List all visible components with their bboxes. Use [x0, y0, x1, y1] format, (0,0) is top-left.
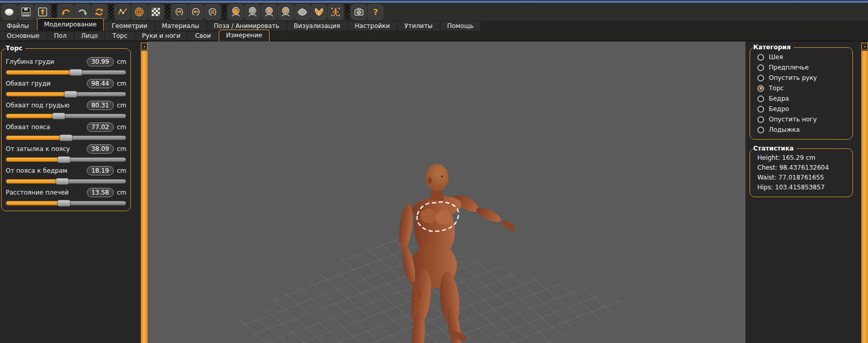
tab-modelling[interactable]: Моделирование	[37, 18, 104, 31]
slider-thumb[interactable]	[64, 91, 77, 98]
tab-utilities[interactable]: Утилиты	[398, 21, 439, 31]
slider-thumb[interactable]	[59, 134, 73, 141]
tab-geometries[interactable]: Геометрии	[105, 21, 154, 31]
rotate-right-button[interactable]	[171, 4, 187, 20]
radio-option[interactable]: Торс	[757, 83, 849, 93]
slider-value[interactable]: 77.02	[87, 122, 114, 132]
slider-label: От затылка к поясу	[6, 145, 87, 153]
feet-button[interactable]	[311, 4, 327, 20]
subtab-measure[interactable]: Измерение	[219, 30, 270, 42]
help-button[interactable]: ?	[368, 4, 383, 20]
slider-value[interactable]: 98.44	[87, 79, 114, 88]
redo-button[interactable]	[75, 4, 90, 20]
face-view-button[interactable]	[228, 4, 244, 20]
background-button[interactable]	[148, 4, 164, 20]
side-view-left-button[interactable]	[278, 4, 293, 20]
radio-icon[interactable]	[757, 106, 764, 113]
slider-value[interactable]: 18.19	[87, 166, 114, 175]
slider-label: Обхват под грудью	[6, 102, 87, 109]
radio-label: Торс	[769, 85, 784, 92]
rotate-left-button[interactable]	[188, 4, 204, 20]
radio-icon[interactable]	[757, 95, 764, 102]
radio-option[interactable]: Бедро	[757, 104, 849, 114]
tab-help[interactable]: Помощь	[440, 21, 480, 31]
tab-rendering[interactable]: Визуализация	[287, 21, 347, 31]
scrollbar-handle-dot	[864, 46, 866, 48]
toolbar-separator	[52, 4, 57, 20]
slider-label: Глубина груди	[6, 58, 87, 65]
side-view-right-icon	[263, 6, 275, 18]
radio-option[interactable]: Предплечье	[757, 62, 849, 73]
splitter-handle-button[interactable]	[141, 43, 148, 50]
slider-row: Обхват груди 98.44 cm	[6, 78, 126, 97]
slider-thumb[interactable]	[52, 113, 65, 119]
radio-option[interactable]: Опустить ногу	[757, 114, 849, 125]
tab-settings[interactable]: Настройки	[348, 21, 397, 31]
scrollbar-bar[interactable]	[861, 51, 868, 343]
tab-files[interactable]: Файлы	[0, 21, 36, 31]
top-view-button[interactable]	[295, 4, 310, 20]
slider-track[interactable]	[6, 201, 126, 205]
head-back-button[interactable]	[245, 4, 260, 20]
subtab-gender[interactable]: Пол	[47, 32, 73, 40]
radio-icon[interactable]	[757, 64, 764, 71]
tab-materials[interactable]: Материалы	[155, 21, 206, 31]
load-button[interactable]	[35, 4, 50, 20]
radio-icon[interactable]	[757, 127, 764, 133]
left-splitter-scrollbar[interactable]	[141, 42, 148, 343]
radio-icon[interactable]	[757, 85, 764, 92]
slider-thumb[interactable]	[57, 156, 71, 163]
radio-icon[interactable]	[757, 75, 764, 81]
save-button[interactable]	[18, 4, 34, 20]
reset-button[interactable]	[91, 4, 107, 20]
subtab-face[interactable]: Лицо	[74, 32, 104, 40]
radio-option[interactable]: Шея	[757, 52, 849, 62]
wireframe-globe-button[interactable]	[131, 4, 147, 20]
slider-track[interactable]	[6, 70, 126, 75]
undo-button[interactable]	[58, 4, 74, 20]
radio-option[interactable]: Лодыжка	[757, 125, 849, 135]
radio-icon[interactable]	[757, 54, 764, 61]
subtab-arms-legs[interactable]: Руки и ноги	[135, 32, 187, 40]
help-icon: ?	[370, 6, 381, 18]
front-view-button[interactable]	[205, 4, 220, 20]
slider-fill	[6, 92, 66, 97]
viewport-3d[interactable]	[148, 42, 745, 343]
slider-value[interactable]: 30.99	[87, 57, 114, 66]
scrollbar-handle-button[interactable]	[861, 43, 868, 50]
feet-icon	[313, 6, 325, 18]
slider-row: От затылка к поясу 38.09 cm	[6, 144, 126, 162]
radio-option[interactable]: Опустить руку	[757, 73, 849, 83]
slider-track[interactable]	[6, 114, 126, 118]
slider-value[interactable]: 38.09	[87, 144, 114, 154]
slider-thumb[interactable]	[56, 178, 69, 185]
subtab-torso[interactable]: Торс	[105, 32, 134, 40]
slider-value[interactable]: 13.58	[87, 188, 114, 197]
radio-icon[interactable]	[757, 116, 764, 123]
right-panel-scrollbar[interactable]	[861, 42, 868, 343]
slider-thumb[interactable]	[57, 200, 71, 207]
radio-label: Предплечье	[769, 64, 809, 71]
right-panel: Категория Шея Предплечье Опустить руку Т…	[745, 42, 861, 343]
splitter-bar[interactable]	[141, 51, 148, 343]
subtab-custom[interactable]: Свои	[188, 32, 218, 40]
slider-track[interactable]	[6, 92, 126, 97]
slider-fill	[6, 201, 60, 205]
modelling-button[interactable]	[115, 4, 130, 20]
radio-label: Лодыжка	[769, 126, 800, 133]
radio-option[interactable]: Бедра	[757, 93, 849, 104]
slider-track[interactable]	[6, 179, 126, 184]
slider-value[interactable]: 80.31	[87, 101, 114, 110]
slider-unit: cm	[117, 189, 126, 196]
slider-unit: cm	[117, 58, 126, 65]
slider-track[interactable]	[6, 157, 126, 162]
redo-icon	[77, 6, 88, 18]
slider-track[interactable]	[6, 135, 126, 140]
slider-thumb[interactable]	[69, 69, 83, 76]
camera-button[interactable]	[351, 4, 367, 20]
body-view-button[interactable]	[328, 4, 343, 20]
subtab-main[interactable]: Основные	[0, 32, 46, 40]
side-view-right-button[interactable]	[261, 4, 277, 20]
slider-fill	[6, 135, 62, 140]
mesh-button[interactable]	[2, 4, 17, 20]
